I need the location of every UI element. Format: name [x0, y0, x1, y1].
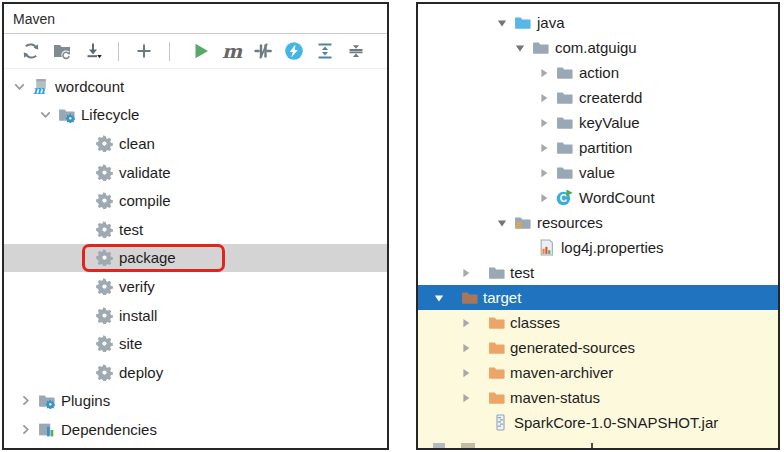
execute-maven-goal-button[interactable]: m [221, 40, 243, 62]
tree-row-partial [418, 435, 778, 450]
triangle-right-icon[interactable] [460, 317, 472, 329]
chevron-down-icon[interactable] [12, 79, 27, 94]
skip-tests-icon [253, 41, 273, 61]
triangle-right-icon[interactable] [460, 267, 472, 279]
tree-item-wordcount[interactable]: wordcount [4, 72, 387, 101]
collapse-all-button[interactable] [345, 40, 367, 62]
tree-item-compile[interactable]: compile [4, 186, 387, 215]
tree-item-verify[interactable]: verify [4, 272, 387, 301]
package-folder-icon [556, 64, 573, 81]
generate-sources-button[interactable] [51, 40, 73, 62]
download-sources-button[interactable] [82, 40, 104, 62]
goal-gear-icon [96, 221, 113, 238]
tree-item-classes[interactable]: classes [418, 310, 778, 335]
goal-gear-icon [96, 335, 113, 352]
tree-item-label: Lifecycle [81, 106, 139, 123]
toolbar-separator [118, 42, 119, 61]
clipped-icon-fragment [433, 443, 445, 450]
tree-item-createrdd[interactable]: createrdd [418, 85, 778, 110]
tree-item-lifecycle[interactable]: Lifecycle [4, 101, 387, 130]
tree-item-label: classes [510, 314, 560, 331]
tree-item-value[interactable]: value [418, 160, 778, 185]
triangle-down-icon[interactable] [433, 292, 445, 304]
tree-item-site[interactable]: site [4, 329, 387, 358]
download-icon [83, 41, 103, 61]
tree-item-plugins[interactable]: Plugins [4, 387, 387, 416]
tree-item-label: partition [579, 139, 632, 156]
collapse-all-icon [346, 41, 366, 61]
add-maven-project-button[interactable] [133, 40, 155, 62]
clipped-icon-fragment [461, 443, 475, 450]
goal-gear-icon [96, 278, 113, 295]
triangle-down-icon[interactable] [514, 42, 526, 54]
package-folder-icon [532, 39, 549, 56]
skip-tests-toggle-button[interactable] [252, 40, 274, 62]
triangle-right-icon[interactable] [538, 92, 550, 104]
tree-item-dependencies[interactable]: Dependencies [4, 415, 387, 444]
tree-item-com-atguigu[interactable]: com.atguigu [418, 35, 778, 60]
goal-gear-icon [96, 164, 113, 181]
tree-item-label: maven-archiver [510, 364, 613, 381]
tree-item-log4j-properties[interactable]: log4j.properties [418, 235, 778, 260]
goal-gear-icon [96, 192, 113, 209]
tree-item-label: validate [119, 164, 171, 181]
tree-item-label: verify [119, 278, 155, 295]
run-maven-build-button[interactable] [190, 40, 212, 62]
orange-folder-icon [488, 339, 505, 356]
tree-item-install[interactable]: install [4, 301, 387, 330]
tree-item-wordcount-class[interactable]: WordCount [418, 185, 778, 210]
tree-item-package[interactable]: package [4, 244, 387, 273]
tree-item-label: target [483, 289, 521, 306]
tree-item-test-goal[interactable]: test [4, 215, 387, 244]
tree-item-label: site [119, 335, 142, 352]
package-folder-icon [556, 139, 573, 156]
tree-item-sparkcore-jar[interactable]: SparkCore-1.0-SNAPSHOT.jar [418, 410, 778, 435]
tree-item-partition[interactable]: partition [418, 135, 778, 160]
triangle-right-icon[interactable] [460, 367, 472, 379]
tree-item-clean[interactable]: clean [4, 129, 387, 158]
tree-item-validate[interactable]: validate [4, 158, 387, 187]
triangle-right-icon[interactable] [538, 67, 550, 79]
expand-all-button[interactable] [314, 40, 336, 62]
maven-project-icon [32, 78, 49, 95]
triangle-right-icon[interactable] [460, 392, 472, 404]
tree-item-maven-status[interactable]: maven-status [418, 385, 778, 410]
tree-item-resources[interactable]: resources [418, 210, 778, 235]
chevron-right-icon[interactable] [18, 393, 33, 408]
plugins-folder-icon [38, 392, 55, 409]
tree-item-label: resources [537, 214, 603, 231]
tree-item-label: install [119, 307, 157, 324]
tree-item-label: maven-status [510, 389, 600, 406]
triangle-down-icon[interactable] [496, 217, 508, 229]
offline-mode-toggle-button[interactable] [283, 40, 305, 62]
tree-item-deploy[interactable]: deploy [4, 358, 387, 387]
triangle-right-icon[interactable] [538, 117, 550, 129]
tree-item-label: log4j.properties [561, 239, 664, 256]
chevron-right-icon[interactable] [18, 422, 33, 437]
chevron-down-icon[interactable] [38, 107, 53, 122]
tree-item-test-folder[interactable]: test [418, 260, 778, 285]
orange-folder-icon [488, 364, 505, 381]
triangle-right-icon[interactable] [460, 342, 472, 354]
tree-item-maven-archiver[interactable]: maven-archiver [418, 360, 778, 385]
tree-item-action[interactable]: action [418, 60, 778, 85]
triangle-right-icon[interactable] [538, 192, 550, 204]
project-tree-panel: java com.atguigu action createrdd keyVal [416, 2, 780, 450]
java-class-icon [556, 189, 573, 206]
tree-item-label: SparkCore-1.0-SNAPSHOT.jar [514, 414, 718, 431]
tree-item-keyvalue[interactable]: keyValue [418, 110, 778, 135]
toolbar-separator [169, 42, 170, 61]
tree-item-label: package [119, 249, 176, 266]
excluded-folder-icon [461, 289, 478, 306]
tree-item-generated-sources[interactable]: generated-sources [418, 335, 778, 360]
resources-folder-icon [514, 214, 531, 231]
tree-item-label: test [510, 264, 534, 281]
triangle-right-icon[interactable] [538, 167, 550, 179]
triangle-down-icon[interactable] [496, 17, 508, 29]
tree-item-java[interactable]: java [418, 10, 778, 35]
tree-item-target[interactable]: target [418, 285, 778, 310]
lifecycle-folder-icon [58, 106, 75, 123]
reimport-maven-projects-button[interactable] [20, 40, 42, 62]
tree-item-label: generated-sources [510, 339, 635, 356]
triangle-right-icon[interactable] [538, 142, 550, 154]
